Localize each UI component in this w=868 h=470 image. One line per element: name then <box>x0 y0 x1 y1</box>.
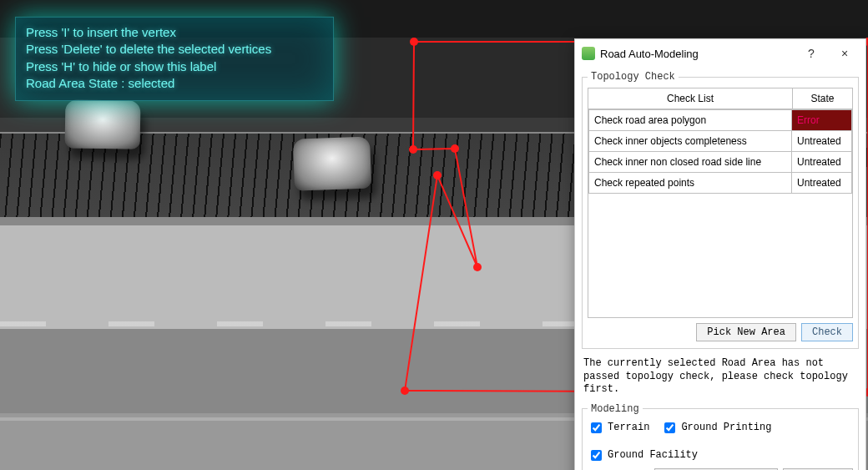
help-button[interactable]: ? <box>797 44 825 63</box>
editor-hint-hud: Press 'I' to insert the vertex Press 'De… <box>15 17 334 101</box>
ground-printing-checkbox[interactable] <box>664 422 675 433</box>
ground-facility-label-text: Ground Facility <box>608 449 698 461</box>
table-row[interactable]: Check repeated pointsUntreated <box>589 173 852 194</box>
check-name-cell: Check inner non closed road side line <box>589 152 792 173</box>
check-state-cell: Untreated <box>792 131 852 152</box>
vehicle-1 <box>65 99 141 149</box>
check-name-cell: Check repeated points <box>589 173 792 194</box>
close-button[interactable]: × <box>830 44 859 63</box>
hud-line: Press 'Delete' to delete the selected ve… <box>26 41 323 58</box>
check-button[interactable]: Check <box>801 323 853 341</box>
terrain-checkbox-label[interactable]: Terrain <box>588 420 649 436</box>
topology-warning-message: The currently selected Road Area has not… <box>575 356 865 400</box>
ground-facility-checkbox[interactable] <box>591 450 602 461</box>
ground-facility-checkbox-label[interactable]: Ground Facility <box>588 447 698 463</box>
col-checklist: Check List <box>588 88 793 109</box>
dialog-titlebar[interactable]: Road Auto-Modeling ? × <box>575 39 865 68</box>
topology-check-group: Topology Check Check List State Check ro… <box>582 71 859 349</box>
modeling-legend: Modeling <box>588 403 643 415</box>
road-auto-modeling-dialog[interactable]: Road Auto-Modeling ? × Topology Check Ch… <box>574 38 866 470</box>
app-icon <box>582 47 595 60</box>
terrain-checkbox[interactable] <box>591 422 602 433</box>
table-row[interactable]: Check road area polygonError <box>589 110 852 131</box>
topology-check-table: Check List State <box>588 88 853 109</box>
terrain-label-text: Terrain <box>608 422 649 433</box>
table-row[interactable]: Check inner non closed road side lineUnt… <box>589 152 852 173</box>
ground-printing-label-text: Ground Printing <box>681 422 771 433</box>
dialog-title: Road Auto-Modeling <box>600 48 792 60</box>
check-state-cell: Error <box>792 110 852 131</box>
topology-check-legend: Topology Check <box>588 71 679 83</box>
check-name-cell: Check inner objects completeness <box>589 131 792 152</box>
check-state-cell: Untreated <box>792 152 852 173</box>
table-row[interactable]: Check inner objects completenessUntreate… <box>589 131 852 152</box>
hud-line: Road Area State : selected <box>26 75 323 92</box>
check-state-cell: Untreated <box>792 173 852 194</box>
topology-check-rows: Check road area polygonErrorCheck inner … <box>588 109 852 194</box>
ground-printing-checkbox-label[interactable]: Ground Printing <box>661 420 771 436</box>
hud-line: Press 'H' to hide or show this label <box>26 58 323 75</box>
pick-new-area-button[interactable]: Pick New Area <box>696 323 796 341</box>
hud-line: Press 'I' to insert the vertex <box>26 24 323 41</box>
col-state: State <box>793 88 853 109</box>
modeling-group: Modeling Terrain Ground Printing Ground … <box>582 403 859 470</box>
check-name-cell: Check road area polygon <box>589 110 792 131</box>
vehicle-2 <box>293 136 371 190</box>
